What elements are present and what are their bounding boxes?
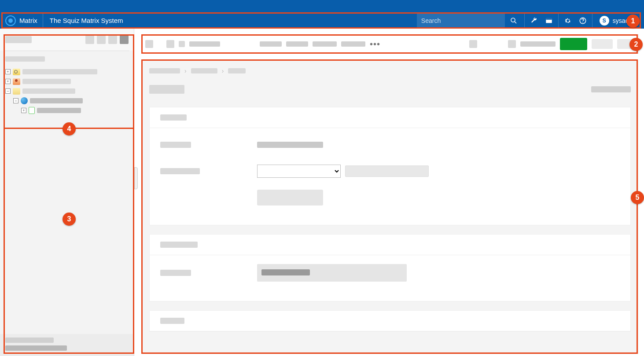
form-field-row xyxy=(160,137,620,153)
tree-label-placeholder xyxy=(22,88,75,94)
form-field-row xyxy=(160,163,620,179)
toolbar-button[interactable] xyxy=(592,39,613,49)
user-folder-icon xyxy=(13,78,20,85)
section-header xyxy=(150,235,630,255)
toolbar-tab[interactable] xyxy=(341,41,365,47)
toolbar-icon[interactable] xyxy=(469,40,477,48)
breadcrumb-item[interactable] xyxy=(228,68,246,73)
page-header xyxy=(149,85,631,94)
product-logo[interactable]: Matrix xyxy=(0,12,43,29)
toolbar-icon[interactable] xyxy=(166,40,174,48)
page-icon xyxy=(29,107,35,114)
form-section xyxy=(149,310,631,332)
toolbar-tab[interactable] xyxy=(313,41,337,47)
tree-collapse-toggle[interactable]: − xyxy=(13,98,18,103)
breadcrumb-item[interactable] xyxy=(191,68,217,73)
product-name: Matrix xyxy=(19,17,37,24)
panel-button[interactable] xyxy=(541,12,556,29)
toolbar-button[interactable] xyxy=(617,39,635,49)
sidebar-subheader xyxy=(0,51,134,67)
section-header xyxy=(150,107,630,128)
key-folder-icon xyxy=(13,69,20,75)
tree-node[interactable]: + xyxy=(5,77,129,86)
action-button[interactable] xyxy=(257,190,323,206)
logo-icon xyxy=(5,15,16,26)
sidebar-title-placeholder xyxy=(5,36,32,43)
content-body: › › xyxy=(141,59,639,354)
svg-point-5 xyxy=(582,22,583,23)
breadcrumb-item[interactable] xyxy=(149,68,180,73)
toolbar-icon[interactable] xyxy=(179,41,185,47)
sidebar-header xyxy=(0,29,134,51)
tree-label-placeholder xyxy=(22,79,71,84)
toolbar-label-placeholder[interactable] xyxy=(189,41,220,47)
form-section xyxy=(149,107,631,225)
sidebar-footer xyxy=(0,334,134,356)
toolbar-icon[interactable] xyxy=(145,40,153,48)
page-action-placeholder[interactable] xyxy=(591,86,631,92)
toolbar-tab[interactable] xyxy=(260,41,282,47)
search-box[interactable] xyxy=(417,12,505,29)
tree-expand-toggle[interactable]: + xyxy=(21,108,26,113)
left-sidebar: + + − − + xyxy=(0,29,134,356)
select-input[interactable] xyxy=(257,165,341,178)
tree-label-placeholder xyxy=(22,69,97,74)
folder-icon xyxy=(13,88,20,95)
toolbar-more-button[interactable]: ••• xyxy=(370,39,380,49)
search-icon xyxy=(510,17,518,25)
text-input[interactable] xyxy=(257,264,407,282)
wrench-icon xyxy=(530,17,538,25)
page-title-placeholder xyxy=(149,85,184,94)
section-title-placeholder xyxy=(160,114,187,121)
section-title-placeholder xyxy=(160,318,184,324)
sidebar-view-icon[interactable] xyxy=(108,35,117,44)
panel-icon xyxy=(545,17,553,25)
content-toolbar: ••• xyxy=(141,34,639,54)
tree-label-placeholder-selected xyxy=(30,98,83,103)
breadcrumb: › › xyxy=(149,67,631,74)
asset-tree: + + − − + xyxy=(0,67,134,115)
svg-line-1 xyxy=(515,22,516,23)
toolbar-tab[interactable] xyxy=(286,41,308,47)
user-avatar: S xyxy=(600,16,609,26)
sidebar-resize-handle[interactable] xyxy=(134,167,138,189)
save-button[interactable] xyxy=(560,38,587,50)
user-menu[interactable]: S sysadmin xyxy=(594,12,644,29)
settings-button[interactable] xyxy=(560,12,575,29)
help-button[interactable] xyxy=(575,12,590,29)
gear-icon xyxy=(564,17,572,25)
form-field-row xyxy=(160,264,620,282)
tree-node[interactable]: − xyxy=(5,86,129,96)
system-title: The Squiz Matrix System xyxy=(43,17,130,24)
help-icon xyxy=(579,17,587,25)
sidebar-view-icon-active[interactable] xyxy=(120,35,129,44)
chevron-right-icon: › xyxy=(184,67,187,74)
search-button[interactable] xyxy=(505,12,523,29)
field-label-placeholder xyxy=(160,270,191,276)
field-label-placeholder xyxy=(160,168,200,174)
tree-node[interactable]: − xyxy=(5,96,129,106)
search-input[interactable] xyxy=(421,17,500,24)
svg-rect-3 xyxy=(546,18,552,19)
tree-expand-toggle[interactable]: + xyxy=(5,79,11,84)
tools-button[interactable] xyxy=(526,12,541,29)
form-section xyxy=(149,234,631,301)
globe-icon xyxy=(21,97,28,104)
field-value-placeholder xyxy=(257,142,323,148)
text-input[interactable] xyxy=(345,165,429,177)
top-toolbar: Matrix The Squiz Matrix System S sysadmi… xyxy=(0,0,644,29)
toolbar-icon[interactable] xyxy=(508,40,516,48)
section-header xyxy=(150,311,630,331)
svg-point-0 xyxy=(511,18,515,22)
tree-label-placeholder xyxy=(37,108,81,113)
user-name: sysadmin xyxy=(613,17,639,24)
tree-node[interactable]: + xyxy=(5,106,129,115)
sidebar-view-icon[interactable] xyxy=(97,35,106,44)
chevron-right-icon: › xyxy=(222,67,224,74)
tree-expand-toggle[interactable]: + xyxy=(5,69,11,74)
tree-node[interactable]: + xyxy=(5,67,129,77)
field-label-placeholder xyxy=(160,142,191,148)
toolbar-label-placeholder[interactable] xyxy=(520,41,556,47)
tree-collapse-toggle[interactable]: − xyxy=(5,88,11,94)
sidebar-view-icon[interactable] xyxy=(85,35,94,44)
